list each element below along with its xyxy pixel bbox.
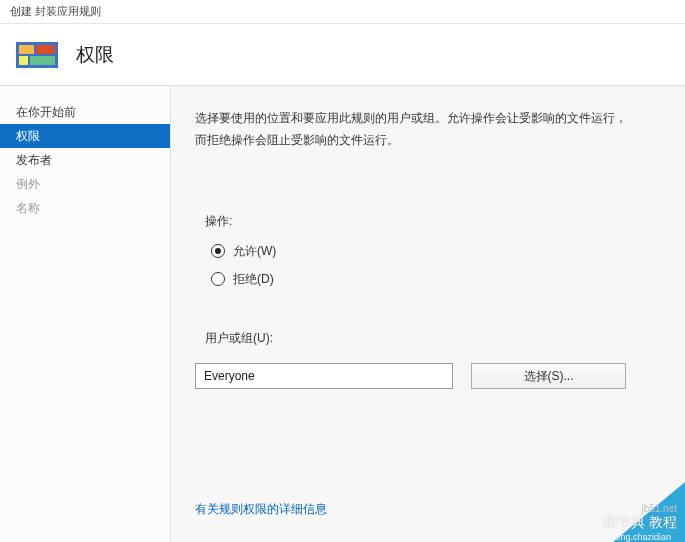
svg-rect-3 [19, 56, 28, 65]
app-rules-icon [16, 36, 58, 74]
content-pane: 选择要使用的位置和要应用此规则的用户或组。允许操作会让受影响的文件运行， 而拒绝… [170, 86, 685, 542]
svg-rect-2 [36, 45, 55, 54]
description: 选择要使用的位置和要应用此规则的用户或组。允许操作会让受影响的文件运行， 而拒绝… [195, 108, 657, 151]
radio-allow-label: 允许(W) [233, 243, 276, 260]
sidebar-item-label: 名称 [16, 200, 40, 217]
sidebar-item-exceptions: 例外 [0, 172, 170, 196]
usergroup-row: Everyone 选择(S)... [195, 363, 657, 389]
sidebar-item-name: 名称 [0, 196, 170, 220]
body: 在你开始前 权限 发布者 例外 名称 选择要使用的位置和要应用此规则的用户或组。… [0, 86, 685, 542]
page-title: 权限 [76, 42, 114, 68]
radio-deny-row[interactable]: 拒绝(D) [211, 268, 657, 290]
sidebar-item-label: 在你开始前 [16, 104, 76, 121]
sidebar-item-publisher[interactable]: 发布者 [0, 148, 170, 172]
select-button[interactable]: 选择(S)... [471, 363, 626, 389]
sidebar-item-label: 例外 [16, 176, 40, 193]
description-line: 而拒绝操作会阻止受影响的文件运行。 [195, 130, 657, 152]
svg-rect-4 [30, 56, 55, 65]
sidebar-item-label: 发布者 [16, 152, 52, 169]
description-line: 选择要使用的位置和要应用此规则的用户或组。允许操作会让受影响的文件运行， [195, 108, 657, 130]
usergroup-value: Everyone [204, 369, 255, 383]
select-button-label: 选择(S)... [524, 368, 574, 385]
radio-allow-row[interactable]: 允许(W) [211, 240, 657, 262]
radio-deny[interactable] [211, 272, 225, 286]
radio-deny-label: 拒绝(D) [233, 271, 274, 288]
more-info-link[interactable]: 有关规则权限的详细信息 [195, 501, 657, 518]
header: 权限 [0, 24, 685, 86]
window-title: 创建 封装应用规则 [10, 4, 101, 19]
sidebar-item-before-begin[interactable]: 在你开始前 [0, 100, 170, 124]
radio-allow[interactable] [211, 244, 225, 258]
window-titlebar: 创建 封装应用规则 [0, 0, 685, 24]
action-label: 操作: [205, 213, 657, 230]
sidebar-item-label: 权限 [16, 128, 40, 145]
usergroup-label: 用户或组(U): [205, 330, 657, 347]
usergroup-field[interactable]: Everyone [195, 363, 453, 389]
svg-rect-1 [19, 45, 34, 54]
wizard-sidebar: 在你开始前 权限 发布者 例外 名称 [0, 86, 170, 542]
sidebar-item-permissions[interactable]: 权限 [0, 124, 170, 148]
